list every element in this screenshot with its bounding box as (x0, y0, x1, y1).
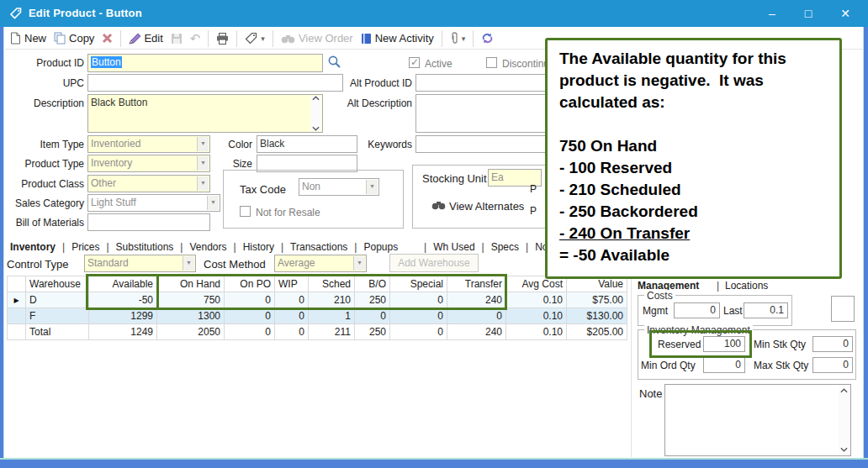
view-alternates-button[interactable]: View Alternates (449, 200, 524, 213)
tab-history[interactable]: History (230, 241, 278, 253)
print-button[interactable] (216, 33, 229, 45)
cell[interactable]: 250 (355, 292, 390, 308)
cell[interactable]: 0 (275, 324, 309, 340)
cell[interactable]: 250 (355, 324, 390, 340)
cell[interactable]: 240 (447, 324, 506, 340)
cell[interactable]: 1300 (157, 308, 225, 324)
upc-field[interactable] (87, 74, 343, 92)
minimize-button[interactable]: – (758, 3, 786, 24)
new-button[interactable]: New (10, 32, 46, 45)
cell[interactable]: 211 (309, 324, 355, 340)
col-wip[interactable]: WIP (275, 276, 309, 292)
cell[interactable]: Total (26, 324, 89, 340)
col-on-po[interactable]: On PO (225, 276, 275, 292)
unlabeled-field[interactable] (831, 296, 855, 322)
attachment-dropdown-button[interactable]: ▾ (450, 32, 466, 45)
tag-dropdown-button[interactable]: ▾ (245, 32, 265, 45)
cell[interactable]: D (26, 292, 89, 308)
note-scrollbar[interactable] (839, 386, 849, 455)
chevron-down-icon[interactable]: ▼ (197, 176, 209, 191)
tab-popups[interactable]: Popups (351, 241, 401, 253)
max-stk-qty-field[interactable]: 0 (812, 357, 853, 373)
save-button[interactable] (171, 33, 183, 45)
control-type-combo[interactable]: Standard▼ (84, 255, 196, 272)
sales-category-combo[interactable]: Light Stuff▼ (87, 194, 220, 212)
last-cost-field[interactable]: 0.1 (744, 302, 788, 318)
cell[interactable]: 0.10 (506, 324, 567, 340)
col-sched[interactable]: Sched (309, 276, 355, 292)
tab-locations[interactable]: Locations (725, 280, 768, 292)
tab-prices[interactable]: Prices (59, 241, 103, 253)
chevron-down-icon[interactable]: ▼ (366, 180, 378, 194)
tab-transactions[interactable]: Transactions (278, 241, 351, 253)
tab-inventory[interactable]: Inventory (7, 241, 59, 253)
cell[interactable]: 0 (225, 324, 275, 340)
cell[interactable]: 1249 (89, 324, 157, 340)
undo-button[interactable]: ↶ (190, 33, 201, 45)
search-icon[interactable] (327, 55, 341, 71)
cell[interactable]: F (26, 308, 89, 324)
row-selector[interactable] (8, 324, 26, 340)
description-field[interactable]: Black Button (87, 94, 323, 133)
cost-method-combo[interactable]: Average▼ (274, 255, 367, 272)
cell[interactable]: 0 (225, 292, 275, 308)
cell[interactable]: -50 (89, 292, 157, 308)
not-for-resale-checkbox[interactable] (240, 206, 251, 217)
delete-button[interactable] (102, 33, 113, 44)
cell[interactable]: 0 (225, 308, 275, 324)
tab-wh-used[interactable]: Wh Used (421, 241, 478, 253)
tax-code-combo[interactable]: Non▼ (299, 178, 379, 196)
cell[interactable]: $130.00 (567, 308, 627, 324)
cell[interactable]: 0 (390, 292, 447, 308)
min-stk-qty-field[interactable]: 0 (812, 336, 853, 352)
cell[interactable]: 1299 (89, 308, 157, 324)
cell[interactable]: 1 (309, 308, 355, 324)
cell[interactable]: 0.10 (506, 308, 567, 324)
tab-specs[interactable]: Specs (479, 241, 522, 253)
maximize-button[interactable]: □ (794, 3, 823, 24)
product-type-combo[interactable]: Inventory▼ (87, 155, 210, 172)
col-special[interactable]: Special (390, 276, 447, 292)
item-type-combo[interactable]: Inventoried▼ (87, 135, 210, 153)
edit-button[interactable]: Edit (129, 32, 162, 45)
cell[interactable]: 0 (275, 292, 309, 308)
note-field[interactable] (664, 384, 851, 456)
col-bo[interactable]: B/O (355, 276, 390, 292)
mgmt-cost-field[interactable]: 0 (674, 302, 720, 318)
row-selector[interactable] (8, 308, 26, 324)
cell[interactable]: $205.00 (567, 324, 627, 340)
col-available[interactable]: Available (89, 276, 157, 292)
chevron-down-icon[interactable]: ▼ (207, 196, 219, 210)
new-activity-button[interactable]: New Activity (361, 32, 434, 45)
chevron-down-icon[interactable]: ▼ (353, 256, 365, 271)
cell[interactable]: 0 (390, 308, 447, 324)
cell[interactable]: 0 (275, 308, 309, 324)
description-scrollbar[interactable] (310, 96, 321, 131)
product-class-combo[interactable]: Other▼ (87, 175, 210, 192)
cell[interactable]: $75.00 (567, 292, 627, 308)
cell[interactable]: 750 (157, 292, 225, 308)
col-transfer[interactable]: Transfer (447, 276, 506, 292)
active-checkbox[interactable] (409, 57, 420, 68)
cell[interactable]: 0 (355, 308, 390, 324)
refresh-button[interactable] (481, 32, 494, 45)
cell[interactable]: 0.10 (506, 292, 567, 308)
cell[interactable]: 2050 (157, 324, 225, 340)
add-warehouse-button[interactable]: Add Warehouse (389, 254, 479, 272)
close-button[interactable]: ✕ (831, 3, 860, 24)
tab-substitutions[interactable]: Substitutions (103, 241, 177, 253)
reserved-field[interactable]: 100 (703, 336, 745, 352)
discontinued-checkbox[interactable] (486, 57, 497, 68)
min-ord-qty-field[interactable]: 0 (703, 357, 745, 373)
copy-button[interactable]: Copy (54, 32, 94, 45)
col-on-hand[interactable]: On Hand (157, 276, 225, 292)
color-field[interactable]: Black (257, 135, 357, 153)
cell[interactable]: 0 (447, 308, 506, 324)
product-id-field[interactable]: Button (87, 54, 323, 72)
bill-of-materials-field[interactable] (87, 213, 210, 231)
cell[interactable]: 0 (390, 324, 447, 340)
cell[interactable]: 240 (447, 292, 506, 308)
col-warehouse[interactable]: Warehouse (26, 276, 89, 292)
chevron-down-icon[interactable]: ▼ (183, 256, 194, 271)
cell[interactable]: 210 (309, 292, 355, 308)
